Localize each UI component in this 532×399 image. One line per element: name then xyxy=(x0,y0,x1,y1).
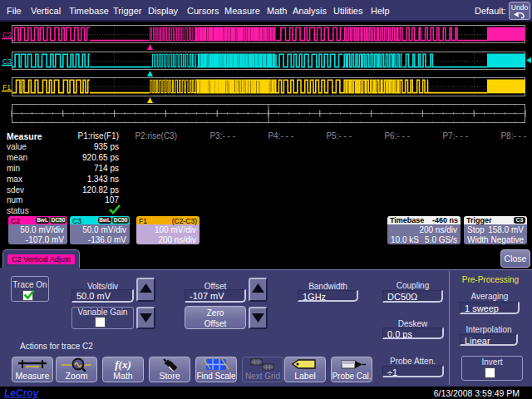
svg-text:F1: F1 xyxy=(2,83,11,91)
svg-text:C3: C3 xyxy=(2,57,12,66)
svg-text:C2: C2 xyxy=(2,31,12,39)
